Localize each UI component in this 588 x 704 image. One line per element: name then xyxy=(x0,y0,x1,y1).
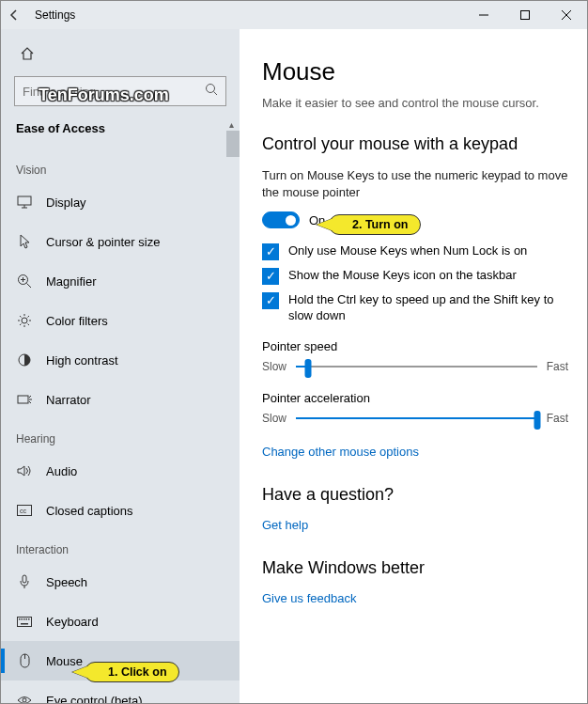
pointer-speed-slider[interactable] xyxy=(296,357,537,376)
checkbox-label: Hold the Ctrl key to speed up and the Sh… xyxy=(288,292,568,324)
sidebar-item-narrator[interactable]: Narrator xyxy=(1,380,240,419)
sidebar-item-eyecontrol[interactable]: Eye control (beta) xyxy=(1,681,240,703)
annotation-callout-1: 1. Click on xyxy=(85,662,179,682)
group-label-vision: Vision xyxy=(1,150,240,182)
mousekeys-toggle[interactable] xyxy=(262,211,300,228)
nav-label: Narrator xyxy=(46,393,91,407)
category-heading: Ease of Access xyxy=(1,116,240,150)
sidebar-item-magnifier[interactable]: Magnifier xyxy=(1,261,240,301)
nav-label: Audio xyxy=(46,464,77,478)
scrollbar-thumb[interactable] xyxy=(226,131,240,157)
sidebar-item-keyboard[interactable]: Keyboard xyxy=(1,602,240,641)
svg-line-26 xyxy=(29,401,31,403)
svg-rect-23 xyxy=(18,396,28,403)
nav-label: Keyboard xyxy=(46,615,99,629)
group-label-interaction: Interaction xyxy=(1,530,240,562)
slider-hi-label: Fast xyxy=(547,412,568,425)
speech-icon xyxy=(16,574,33,589)
magnifier-icon xyxy=(16,274,33,289)
maximize-button[interactable] xyxy=(504,1,546,29)
svg-rect-6 xyxy=(18,196,31,205)
slider-lo-label: Slow xyxy=(262,360,286,373)
search-box[interactable] xyxy=(14,76,226,106)
svg-line-21 xyxy=(28,316,30,318)
close-button[interactable] xyxy=(546,1,587,29)
svg-line-5 xyxy=(214,92,218,96)
search-icon xyxy=(205,83,218,100)
svg-line-18 xyxy=(20,316,22,318)
nav-label: Eye control (beta) xyxy=(46,694,143,704)
sidebar-item-highcontrast[interactable]: High contrast xyxy=(1,340,240,380)
eye-icon xyxy=(16,696,33,703)
svg-rect-37 xyxy=(21,623,28,625)
page-title: Mouse xyxy=(262,57,568,86)
group-label-hearing: Hearing xyxy=(1,419,240,451)
window-title: Settings xyxy=(27,8,75,22)
svg-text:cc: cc xyxy=(20,508,27,514)
svg-rect-36 xyxy=(28,618,30,620)
mouse-icon xyxy=(16,653,33,668)
svg-line-19 xyxy=(28,324,30,326)
annotation-callout-2: 2. Turn on xyxy=(329,214,421,235)
sidebar-item-audio[interactable]: Audio xyxy=(1,451,240,491)
svg-rect-35 xyxy=(26,618,28,620)
nav-label: Cursor & pointer size xyxy=(46,235,160,249)
sidebar-item-colorfilters[interactable]: Color filters xyxy=(1,301,240,340)
checkbox-ctrlshift[interactable]: ✓ xyxy=(262,292,279,309)
feedback-heading: Make Windows better xyxy=(262,558,568,578)
svg-rect-34 xyxy=(23,618,25,620)
content-pane: Mouse Make it easier to see and control … xyxy=(240,29,587,703)
svg-point-40 xyxy=(23,698,26,702)
sidebar-item-cursor[interactable]: Cursor & pointer size xyxy=(1,222,240,261)
slider-hi-label: Fast xyxy=(547,360,568,373)
nav-label: Color filters xyxy=(46,314,108,328)
nav-label: Display xyxy=(46,196,86,210)
search-input[interactable] xyxy=(23,85,205,99)
cursor-icon xyxy=(16,234,33,249)
titlebar: Settings xyxy=(1,1,587,29)
sidebar-item-display[interactable]: Display xyxy=(1,182,240,222)
svg-line-24 xyxy=(29,396,31,398)
checkbox-label: Only use Mouse Keys when Num Lock is on xyxy=(288,243,527,259)
checkbox-taskbaricon[interactable]: ✓ xyxy=(262,268,279,285)
svg-line-20 xyxy=(20,324,22,326)
nav-label: Magnifier xyxy=(46,274,96,289)
sidebar-item-closedcaptions[interactable]: ccClosed captions xyxy=(1,491,240,530)
minimize-button[interactable] xyxy=(463,1,504,29)
contrast-icon xyxy=(16,352,33,368)
svg-rect-33 xyxy=(22,618,23,620)
svg-rect-32 xyxy=(19,618,21,620)
feedback-link[interactable]: Give us feedback xyxy=(262,591,568,605)
back-button[interactable] xyxy=(1,1,27,29)
other-mouse-options-link[interactable]: Change other mouse options xyxy=(262,445,568,459)
slider-lo-label: Slow xyxy=(262,412,286,425)
page-subtitle: Make it easier to see and control the mo… xyxy=(262,96,568,110)
svg-point-4 xyxy=(207,85,215,93)
sidebar-item-speech[interactable]: Speech xyxy=(1,562,240,602)
display-icon xyxy=(16,196,33,209)
svg-line-10 xyxy=(27,284,32,289)
nav-label: Closed captions xyxy=(46,504,133,518)
nav-label: Speech xyxy=(46,575,87,589)
home-button[interactable] xyxy=(1,37,240,70)
checkbox-label: Show the Mouse Keys icon on the taskbar xyxy=(288,268,517,284)
keyboard-icon xyxy=(16,617,33,627)
checkbox-numlock[interactable]: ✓ xyxy=(262,243,279,260)
svg-point-13 xyxy=(22,318,27,323)
colorfilter-icon xyxy=(16,313,33,328)
slider-label-accel: Pointer acceleration xyxy=(262,391,568,405)
section-heading-keypad: Control your mouse with a keypad xyxy=(262,134,568,154)
slider-label-speed: Pointer speed xyxy=(262,339,568,353)
cc-icon: cc xyxy=(16,505,33,516)
get-help-link[interactable]: Get help xyxy=(262,518,568,532)
narrator-icon xyxy=(16,393,33,406)
scroll-up-icon[interactable]: ▴ xyxy=(229,119,237,127)
section-description: Turn on Mouse Keys to use the numeric ke… xyxy=(262,167,568,200)
svg-rect-29 xyxy=(23,575,26,583)
sidebar: TenForums.com Ease of Access Vision Disp… xyxy=(1,29,240,703)
help-heading: Have a question? xyxy=(262,485,568,505)
audio-icon xyxy=(16,464,33,477)
pointer-accel-slider[interactable] xyxy=(296,409,537,428)
svg-rect-1 xyxy=(521,11,530,20)
nav-label: High contrast xyxy=(46,353,118,368)
